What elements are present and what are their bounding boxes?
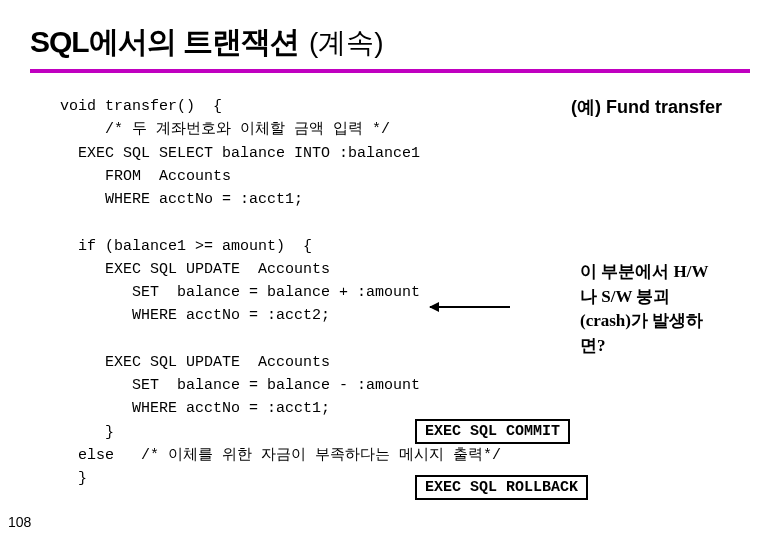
slide: SQL에서의 트랜잭션 (계속) (예) Fund transfer void … (0, 0, 780, 540)
page-number: 108 (8, 514, 31, 530)
rollback-box: EXEC SQL ROLLBACK (415, 475, 588, 500)
commit-box: EXEC SQL COMMIT (415, 419, 570, 444)
title-underline (30, 69, 750, 73)
slide-title-sub: (계속) (309, 24, 384, 62)
content-area: (예) Fund transfer void transfer() { /* 두… (30, 95, 750, 490)
title-row: SQL에서의 트랜잭션 (계속) (30, 22, 750, 63)
example-label: (예) Fund transfer (571, 95, 722, 119)
crash-annotation: 이 부분에서 H/W나 S/W 붕괴(crash)가 발생하면? (580, 260, 720, 359)
arrow-left-icon (430, 306, 510, 308)
slide-title-main: SQL에서의 트랜잭션 (30, 22, 299, 63)
